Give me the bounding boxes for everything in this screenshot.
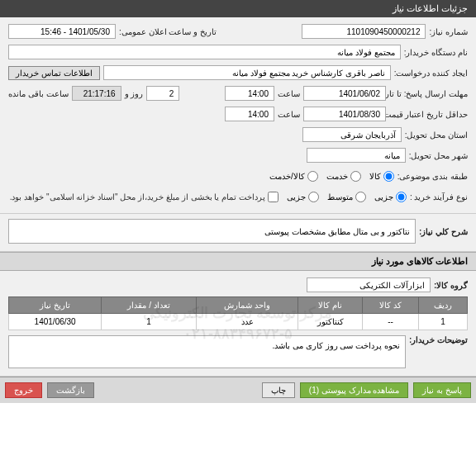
time-remaining: 21:17:16	[72, 86, 121, 101]
radio-service[interactable]	[350, 171, 361, 182]
th-qty: تعداد / مقدار	[102, 297, 197, 314]
respond-button[interactable]: پاسخ به نیاز	[413, 382, 471, 398]
deadline-time: 14:00	[225, 86, 274, 101]
th-row: ردیف	[419, 297, 468, 314]
group-value: ابزارآلات الکتریکی	[307, 277, 431, 292]
validity-label: حداقل تاریخ اعتبار قیمت: تا تاریخ:	[389, 110, 468, 119]
remaining-label: ساعت باقی مانده	[8, 89, 69, 98]
buyer-label: نام دستگاه خریدار:	[404, 48, 468, 57]
purchase-note-check[interactable]: پرداخت تمام یا بخشی از مبلغ خرید،از محل …	[10, 192, 278, 202]
days-label: روز و	[125, 89, 144, 98]
pt-small[interactable]: جزیی	[374, 192, 407, 202]
cell-unit: عدد	[197, 314, 298, 330]
table-header-row: ردیف کد کالا نام کالا واحد شمارش تعداد /…	[9, 297, 468, 314]
category-label: طبقه بندی موضوعی:	[397, 172, 468, 181]
province-value: آذربایجان شرقی	[302, 127, 402, 142]
radio-goods[interactable]	[383, 171, 394, 182]
cell-code: --	[363, 314, 419, 330]
cell-name: کنتاکتور	[298, 314, 363, 330]
category-goods[interactable]: کالا	[369, 171, 394, 182]
cell-qty: 1	[102, 314, 197, 330]
checkbox-note[interactable]	[268, 192, 278, 202]
category-both[interactable]: کالا/خدمت	[269, 171, 318, 182]
buyer-notes-label: توضیحات خریدار:	[409, 335, 468, 344]
need-number-label: شماره نیاز:	[429, 27, 468, 36]
time-label-1: ساعت	[278, 89, 300, 98]
city-value: میانه	[307, 148, 406, 163]
th-unit: واحد شمارش	[197, 297, 298, 314]
print-button[interactable]: چاپ	[262, 382, 295, 398]
category-service[interactable]: خدمت	[326, 171, 361, 182]
goods-panel: مرکز توسعه تجارت الکترونیکی ۰۲۱-۸۸۳۴۹۶۷۲…	[0, 271, 476, 377]
buyer-value: مجتمع فولاد میانه	[8, 45, 401, 59]
desc-label: شرح کلي نیاز:	[419, 227, 468, 236]
need-number-value: 1101090450000212	[302, 24, 426, 39]
contact-info-button[interactable]: اطلاعات تماس خریدار	[8, 66, 100, 80]
announce-label: تاریخ و ساعت اعلان عمومی:	[119, 27, 217, 36]
validity-date: 1401/08/30	[303, 107, 386, 121]
goods-table: ردیف کد کالا نام کالا واحد شمارش تعداد /…	[8, 296, 468, 330]
table-row[interactable]: 1 -- کنتاکتور عدد 1 1401/06/30	[9, 314, 468, 330]
th-date: تاریخ نیاز	[9, 297, 102, 314]
cell-row: 1	[419, 314, 468, 330]
goods-section-header: اطلاعات کالاهای مورد نیاز	[0, 252, 476, 271]
back-button[interactable]: بازگشت	[47, 382, 94, 398]
deadline-label: مهلت ارسال پاسخ: تا تاریخ:	[389, 89, 468, 98]
exit-button[interactable]: خروج	[5, 382, 42, 398]
desc-value: نتاکتور و بی متال مطابق مشخصات پیوستی	[8, 219, 416, 244]
creator-value: ناصر باقری کارشناس خرید مجتمع فولاد میان…	[103, 65, 391, 80]
pt-medium[interactable]: متوسط	[327, 192, 366, 202]
details-panel: شماره نیاز: 1101090450000212 تاریخ و ساع…	[0, 17, 476, 214]
province-label: استان محل تحویل:	[405, 130, 468, 140]
validity-time: 14:00	[225, 107, 274, 121]
time-label-2: ساعت	[278, 110, 300, 119]
window-titlebar: جزئیات اطلاعات نیاز	[0, 0, 476, 17]
description-panel: شرح کلي نیاز: نتاکتور و بی متال مطابق مش…	[0, 214, 476, 252]
purchase-type-label: نوع فرآیند خرید :	[410, 192, 468, 202]
category-radio-group: کالا خدمت کالا/خدمت	[269, 171, 394, 182]
purchase-type-group: جزیی متوسط جزیی پرداخت تمام یا بخشی از م…	[10, 192, 407, 202]
cell-date: 1401/06/30	[9, 314, 102, 330]
group-label: گروه کالا:	[434, 281, 468, 290]
radio-pt-large[interactable]	[308, 192, 319, 202]
creator-label: ایجاد کننده درخواست:	[394, 69, 468, 78]
footer-toolbar: پاسخ به نیاز مشاهده مدارک پیوستی (1) چاپ…	[0, 377, 476, 403]
attachments-button[interactable]: مشاهده مدارک پیوستی (1)	[300, 382, 409, 398]
pt-large[interactable]: جزیی	[287, 192, 319, 202]
deadline-date: 1401/06/02	[303, 86, 386, 101]
announce-value: 1401/05/30 - 15:46	[8, 24, 116, 39]
th-code: کد کالا	[363, 297, 419, 314]
city-label: شهر محل تحویل:	[409, 151, 468, 160]
buyer-notes-value: نحوه پرداخت سی روز کاری می باشد.	[8, 335, 406, 368]
th-name: نام کالا	[298, 297, 363, 314]
radio-pt-small[interactable]	[396, 192, 407, 202]
radio-pt-medium[interactable]	[355, 192, 366, 202]
days-remaining: 2	[146, 86, 179, 101]
radio-both[interactable]	[307, 171, 318, 182]
